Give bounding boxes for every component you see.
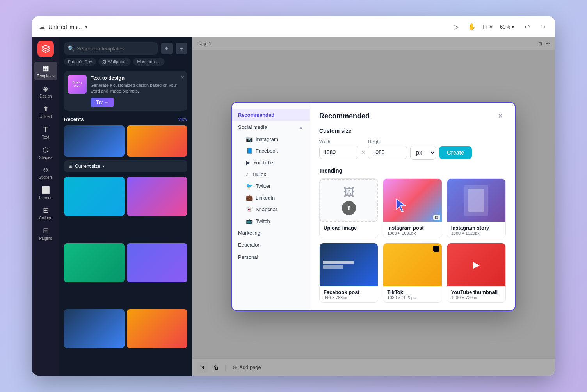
t2d-title: Text to design — [91, 75, 183, 81]
current-size-label: Current size — [75, 164, 100, 169]
chip-wallpaper[interactable]: 🖼 Wallpaper — [98, 58, 131, 66]
facebook-post-thumb — [320, 243, 378, 286]
logo-button[interactable] — [37, 41, 54, 57]
linkedin-label: LinkedIn — [256, 195, 275, 201]
text-icon: T — [43, 125, 48, 134]
current-size-button[interactable]: ⊞ Current size ▾ — [64, 160, 187, 172]
sidebar-item-plugins[interactable]: ⊟ Plugins — [34, 224, 57, 243]
modal-sub-instagram[interactable]: 📷 Instagram — [232, 133, 310, 145]
width-input[interactable] — [319, 146, 358, 159]
template-card-5[interactable] — [64, 309, 125, 348]
trending-tiktok-card[interactable]: ♪ TikTok 1080 × 1920px — [383, 243, 442, 303]
modal-nav-marketing[interactable]: Marketing — [232, 227, 310, 239]
t2d-close-button[interactable]: × — [181, 74, 184, 80]
height-input[interactable] — [368, 146, 407, 159]
template-card-4[interactable] — [127, 243, 187, 282]
modal-nav-education[interactable]: Education — [232, 239, 310, 251]
template-card-2[interactable] — [127, 177, 187, 216]
recents-view-all[interactable]: View — [178, 117, 187, 121]
height-input-wrap: Height — [368, 139, 407, 159]
zoom-button[interactable]: 69% ▾ — [497, 22, 518, 31]
text-to-design-banner: BeautyCare Text to design Generate a cus… — [64, 71, 187, 111]
trending-upload-card[interactable]: 🖼 ⬆ Upload image — [319, 178, 378, 238]
modal-sub-youtube[interactable]: ▶ YouTube — [232, 157, 310, 168]
image-placeholder-icon: 🖼 — [343, 186, 354, 199]
search-input[interactable] — [77, 46, 154, 52]
modal-close-button[interactable]: × — [495, 110, 506, 121]
upload-thumb-inner: 🖼 ⬆ — [342, 180, 356, 221]
size-inputs: Width × Height px — [319, 139, 506, 160]
modal-nav-social-media[interactable]: Social media ▲ — [232, 121, 310, 133]
t2d-description: Generate a customized design based on yo… — [91, 82, 183, 94]
instagram-post-name: Instagram post — [387, 225, 438, 231]
trending-instagram-story-card[interactable]: Instagram story 1080 × 1920px — [447, 178, 506, 238]
recents-grid — [59, 125, 192, 157]
filter-button[interactable]: ⊞ — [176, 43, 187, 54]
select-tool-button[interactable]: ▷ — [450, 21, 462, 33]
modal-nav-recommended[interactable]: Recommended — [232, 109, 310, 121]
trending-facebook-post-card[interactable]: Facebook post 940 × 788px — [319, 243, 378, 303]
chip-most-popular[interactable]: Most popu... — [133, 58, 165, 66]
t2d-try-button[interactable]: Try → — [91, 98, 114, 107]
template-card-3[interactable] — [64, 243, 125, 282]
sidebar-item-stickers[interactable]: ☺ Stickers — [34, 164, 57, 182]
twitter-icon: 🐦 — [246, 183, 253, 189]
recent-card-1[interactable] — [64, 125, 125, 157]
trending-grid: 🖼 ⬆ Upload image — [319, 178, 506, 303]
title-chevron-icon[interactable]: ▾ — [85, 24, 87, 30]
redo-button[interactable]: ↪ — [536, 21, 549, 33]
modal-nav-personal[interactable]: Personal — [232, 251, 310, 263]
modal-sub-linkedin[interactable]: 💼 LinkedIn — [232, 192, 310, 203]
sidebar-item-collage[interactable]: ⊞ Collage — [34, 204, 57, 223]
collage-icon: ⊞ — [43, 206, 49, 215]
sidebar-icons: ▦ Templates ◈ Design ⬆ Upload T Text ⬡ S… — [32, 37, 59, 376]
social-media-label: Social media — [238, 124, 267, 130]
modal-sub-tiktok[interactable]: ♪ TikTok — [232, 168, 310, 180]
top-bar-right: ▷ ✋ ⊡ ▾ 69% ▾ ↩ ↪ — [450, 21, 549, 33]
modal-sub-twitch[interactable]: 📺 Twitch — [232, 215, 310, 227]
template-card-6[interactable] — [127, 309, 187, 348]
templates-label: Templates — [37, 74, 55, 78]
stickers-icon: ☺ — [42, 166, 49, 174]
trending-youtube-card[interactable]: ▶ YouTube thumbnail 1280 × 720px — [447, 243, 506, 303]
sidebar-item-upload[interactable]: ⬆ Upload — [34, 102, 57, 121]
frames-icon: ⬜ — [41, 186, 50, 194]
undo-button[interactable]: ↩ — [521, 21, 533, 33]
twitch-label: Twitch — [256, 218, 270, 224]
modal-sub-snapchat[interactable]: 👻 Snapchat — [232, 203, 310, 215]
view-options-button[interactable]: ⊡ ▾ — [481, 21, 494, 33]
sidebar-item-templates[interactable]: ▦ Templates — [34, 62, 57, 80]
hand-tool-button[interactable]: ✋ — [466, 21, 478, 33]
create-button[interactable]: Create — [439, 146, 472, 159]
chevron-up-icon: ▲ — [299, 125, 303, 130]
snapchat-label: Snapchat — [256, 207, 277, 212]
twitch-icon: 📺 — [246, 218, 253, 224]
youtube-name: YouTube thumbnail — [451, 289, 502, 295]
trending-instagram-post-card[interactable]: IG Instagram post 1080 × 1080px — [383, 178, 442, 238]
sidebar-item-design[interactable]: ◈ Design — [34, 82, 57, 101]
document-title[interactable]: Untitled ima... — [48, 24, 82, 30]
instagram-post-label: Instagram post 1080 × 1080px — [383, 222, 441, 238]
unit-select-wrap[interactable]: px in cm mm — [410, 146, 436, 160]
sidebar-item-shapes[interactable]: ⬡ Shapes — [34, 143, 57, 162]
facebook-post-size: 940 × 788px — [324, 295, 374, 300]
modal-sub-facebook[interactable]: 📘 Facebook — [232, 145, 310, 157]
template-card-1[interactable] — [64, 177, 125, 216]
template-grid — [59, 175, 192, 376]
search-input-wrap[interactable]: 🔍 — [64, 42, 158, 55]
recent-card-2[interactable] — [127, 125, 187, 157]
instagram-story-name: Instagram story — [451, 225, 502, 231]
modal-overlay[interactable]: Recommended Social media ▲ 📷 Instagram 📘… — [192, 37, 555, 376]
unit-select[interactable]: px in cm mm — [411, 146, 436, 159]
instagram-post-size: 1080 × 1080px — [387, 231, 438, 235]
chip-fathers-day[interactable]: Father's Day — [64, 58, 96, 66]
upload-circle-icon: ⬆ — [342, 201, 356, 215]
top-bar: ☁ Untitled ima... ▾ ▷ ✋ ⊡ ▾ 69% ▾ ↩ ↪ — [32, 16, 555, 37]
upload-icon: ⬆ — [43, 105, 49, 113]
magic-search-button[interactable]: ✦ — [161, 43, 173, 54]
sidebar-item-text[interactable]: T Text — [34, 123, 57, 142]
modal-sub-twitter[interactable]: 🐦 Twitter — [232, 180, 310, 192]
sidebar-item-frames[interactable]: ⬜ Frames — [34, 184, 57, 202]
t2d-content: Text to design Generate a customized des… — [91, 75, 183, 107]
templates-icon: ▦ — [43, 64, 49, 73]
